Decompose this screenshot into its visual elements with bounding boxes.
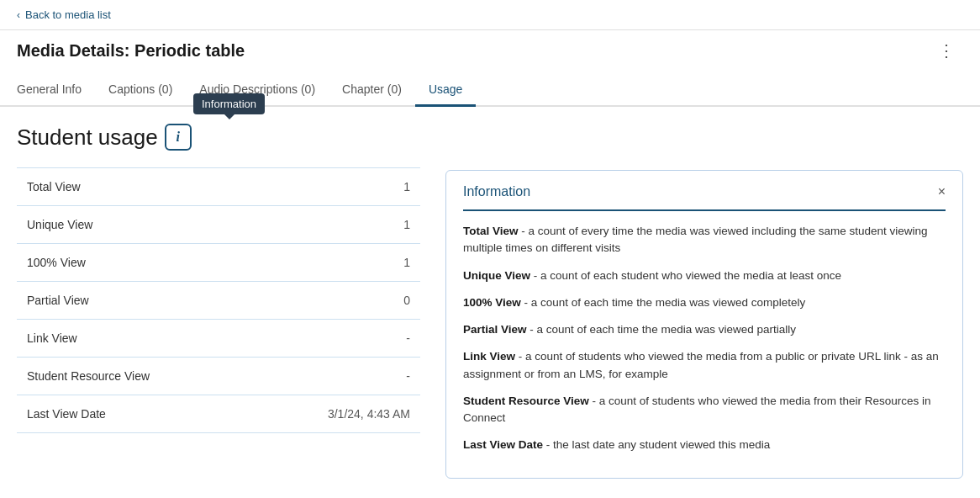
tab-general-info[interactable]: General Info — [17, 74, 95, 107]
table-row: Link View - — [17, 320, 420, 358]
stat-label: Total View — [17, 168, 251, 206]
student-usage-title: Student usage — [17, 124, 158, 151]
table-row: Unique View 1 — [17, 206, 420, 244]
stat-value: 1 — [251, 206, 420, 244]
stat-value: - — [251, 320, 420, 358]
stat-value: 0 — [251, 282, 420, 320]
info-item: Partial View - a count of each time the … — [463, 321, 946, 338]
stat-value: 3/1/24, 4:43 AM — [251, 395, 420, 433]
stat-label: Unique View — [17, 206, 251, 244]
page-header: Media Details: Periodic table ⋮ — [0, 30, 980, 74]
stats-table: Total View 1 Unique View 1 100% View 1 P… — [17, 167, 420, 433]
main-content: Student usage i Information Total View 1… — [0, 107, 980, 495]
tab-usage[interactable]: Usage — [415, 74, 476, 107]
student-usage-header: Student usage i Information — [17, 124, 420, 151]
info-item: Last View Date - the last date any stude… — [463, 437, 946, 453]
more-options-button[interactable]: ⋮ — [931, 37, 963, 64]
tabs-bar: General InfoCaptions (0)Audio Descriptio… — [0, 74, 980, 107]
stat-value: - — [251, 358, 420, 395]
page-title: Media Details: Periodic table — [17, 41, 245, 61]
info-icon-button[interactable]: i — [165, 124, 192, 151]
info-item: Unique View - a count of each student wh… — [463, 268, 946, 284]
info-panel-close-button[interactable]: × — [938, 185, 946, 199]
info-item: 100% View - a count of each time the med… — [463, 294, 946, 311]
table-row: Student Resource View - — [17, 358, 420, 395]
stat-value: 1 — [251, 244, 420, 282]
stat-label: 100% View — [17, 244, 251, 282]
left-panel: Student usage i Information Total View 1… — [17, 124, 420, 479]
stat-label: Link View — [17, 320, 251, 358]
info-item: Student Resource View - a count of stude… — [463, 393, 946, 427]
info-panel-title: Information — [463, 184, 530, 199]
stat-label: Last View Date — [17, 395, 251, 433]
chevron-left-icon: ‹ — [17, 9, 20, 21]
info-item: Link View - a count of students who view… — [463, 348, 946, 383]
stat-label: Student Resource View — [17, 358, 251, 395]
info-item: Total View - a count of every time the m… — [463, 223, 946, 257]
info-tooltip: Information — [193, 93, 265, 114]
stat-label: Partial View — [17, 282, 251, 320]
top-bar: ‹ Back to media list — [0, 0, 980, 30]
back-link[interactable]: ‹ Back to media list — [17, 8, 963, 21]
table-row: 100% View 1 — [17, 244, 420, 282]
info-items-container: Total View - a count of every time the m… — [463, 223, 946, 454]
tab-captions[interactable]: Captions (0) — [95, 74, 186, 107]
info-panel-header: Information × — [463, 184, 946, 211]
tab-chapter[interactable]: Chapter (0) — [329, 74, 415, 107]
info-panel: Information × Total View - a count of ev… — [445, 170, 963, 479]
table-row: Partial View 0 — [17, 282, 420, 320]
table-row: Total View 1 — [17, 168, 420, 206]
stat-value: 1 — [251, 168, 420, 206]
table-row: Last View Date 3/1/24, 4:43 AM — [17, 395, 420, 433]
back-link-label: Back to media list — [25, 8, 111, 21]
